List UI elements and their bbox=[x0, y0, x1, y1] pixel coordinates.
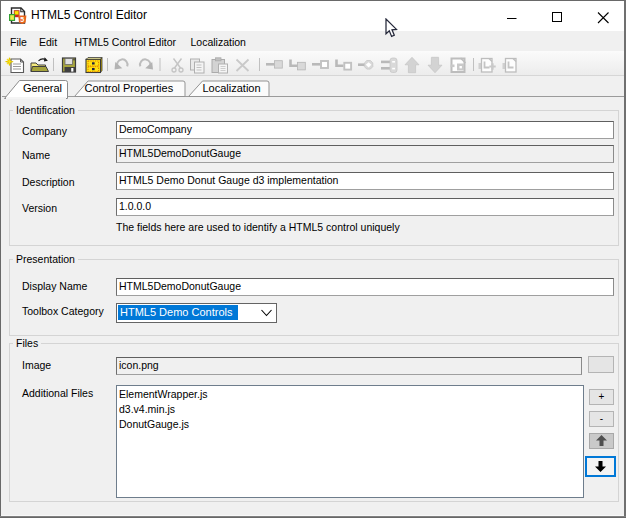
svg-text:General: General bbox=[23, 82, 62, 94]
svg-text:Localization: Localization bbox=[203, 82, 261, 94]
svg-text:Control Properties: Control Properties bbox=[85, 82, 174, 94]
svg-text:5: 5 bbox=[20, 16, 24, 23]
